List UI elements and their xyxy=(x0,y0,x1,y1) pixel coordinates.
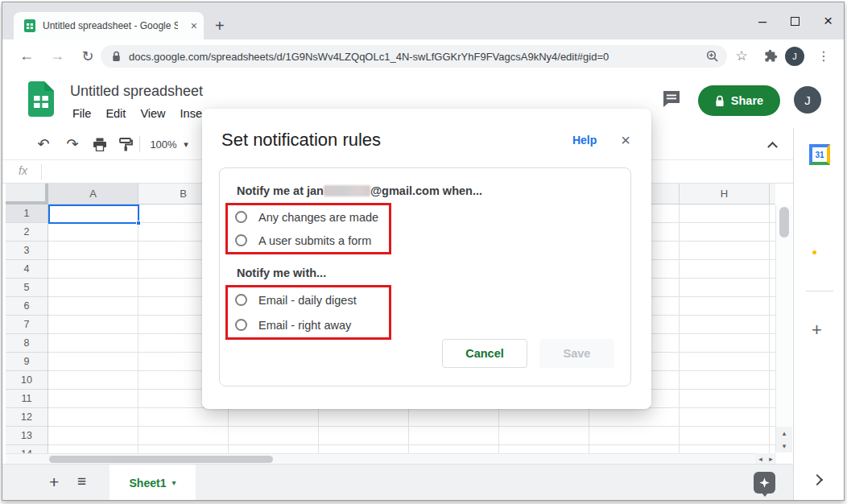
fx-icon: fx xyxy=(19,164,27,177)
row-header[interactable]: 9 xyxy=(6,353,48,371)
dialog-header: Set notification rules Help × xyxy=(202,109,651,151)
account-avatar[interactable]: J xyxy=(794,86,821,114)
sheet-bar: + ≡ Sheet1 ▾ xyxy=(2,464,793,500)
zoom-dropdown-icon[interactable]: ▾ xyxy=(180,128,192,160)
vertical-scrollbar[interactable] xyxy=(775,205,792,427)
row-header[interactable]: 2 xyxy=(6,223,48,242)
url-bar[interactable]: docs.google.com/spreadsheets/d/1G9NsWv4L… xyxy=(101,45,727,68)
dialog-body: Notify me at jan@gmail.com when... Any c… xyxy=(219,167,631,386)
sheets-favicon xyxy=(23,19,36,32)
menu-item[interactable]: View xyxy=(133,107,172,120)
radio-option-row[interactable]: Email - daily digest xyxy=(235,294,389,307)
help-link[interactable]: Help xyxy=(572,134,597,147)
radio-button[interactable] xyxy=(235,234,247,246)
maximize-button[interactable] xyxy=(791,17,799,26)
calendar-icon[interactable]: 31 xyxy=(809,144,830,165)
browser-titlebar: Untitled spreadsheet - Google Sh × + – × xyxy=(2,2,844,39)
back-button[interactable]: ← xyxy=(15,39,38,72)
share-label: Share xyxy=(731,94,763,107)
print-icon[interactable] xyxy=(89,128,110,160)
formula-bar-divider xyxy=(41,164,42,180)
row-header[interactable]: 10 xyxy=(6,371,48,390)
comment-icon[interactable] xyxy=(661,89,682,113)
column-header[interactable]: H xyxy=(680,184,770,204)
explore-button[interactable] xyxy=(754,472,775,494)
expand-panel-icon[interactable] xyxy=(812,474,823,485)
vscroll-thumb[interactable] xyxy=(779,207,789,238)
radio-label: Email - daily digest xyxy=(258,294,357,307)
window-controls: – × xyxy=(758,2,833,39)
radio-label: A user submits a form xyxy=(258,234,371,247)
extensions-puzzle-icon[interactable] xyxy=(761,39,780,72)
share-lock-icon xyxy=(715,95,725,107)
row-header[interactable]: 11 xyxy=(6,390,48,408)
row-header[interactable]: 7 xyxy=(6,316,48,334)
row-header[interactable]: 4 xyxy=(6,260,48,279)
with-options-highlight: Email - daily digest Email - right away xyxy=(225,285,391,340)
radio-option-row[interactable]: A user submits a form xyxy=(235,234,389,247)
scroll-up-button[interactable]: ▴ xyxy=(775,427,792,440)
paint-format-icon[interactable] xyxy=(115,128,136,160)
sheet-name: Sheet1 xyxy=(130,477,167,490)
radio-option-row[interactable]: Any changes are made xyxy=(235,211,389,224)
dialog-close-icon[interactable]: × xyxy=(621,131,630,150)
row-header[interactable]: 3 xyxy=(6,242,48,260)
scroll-left-button[interactable]: ◂ xyxy=(755,453,766,464)
redo-icon[interactable]: ↷ xyxy=(62,128,83,160)
horizontal-scrollbar[interactable] xyxy=(6,453,755,464)
radio-button[interactable] xyxy=(235,211,247,223)
add-addon-button[interactable]: + xyxy=(812,320,822,341)
row-header[interactable]: 12 xyxy=(6,408,48,427)
select-all-corner[interactable] xyxy=(6,184,48,204)
minimize-button[interactable]: – xyxy=(758,17,766,25)
radio-label: Email - right away xyxy=(258,319,351,332)
share-button[interactable]: Share xyxy=(698,85,780,116)
window-close-button[interactable]: × xyxy=(824,12,833,30)
add-sheet-button[interactable]: + xyxy=(49,473,59,492)
new-tab-button[interactable]: + xyxy=(215,14,225,38)
save-button[interactable]: Save xyxy=(539,339,614,368)
cancel-button[interactable]: Cancel xyxy=(442,339,527,368)
scroll-down-button[interactable]: ▾ xyxy=(775,440,792,452)
row-header[interactable]: 5 xyxy=(6,279,48,297)
sheets-logo[interactable] xyxy=(28,81,54,117)
undo-icon[interactable]: ↶ xyxy=(33,128,54,160)
column-header[interactable]: A xyxy=(48,184,138,204)
menu-item[interactable]: File xyxy=(65,107,98,120)
radio-button[interactable] xyxy=(235,294,247,306)
radio-label: Any changes are made xyxy=(258,211,378,224)
lock-icon xyxy=(112,51,121,62)
fill-handle[interactable] xyxy=(136,221,141,225)
document-title[interactable]: Untitled spreadsheet xyxy=(70,83,203,100)
radio-button[interactable] xyxy=(235,319,247,331)
sheet-tab-sheet1[interactable]: Sheet1 ▾ xyxy=(109,465,196,501)
menubar: FileEditViewInse xyxy=(65,107,209,120)
browser-avatar[interactable]: J xyxy=(783,39,806,72)
row-header[interactable]: 8 xyxy=(6,334,48,353)
row-header[interactable]: 13 xyxy=(6,427,48,445)
collapse-toolbar-icon[interactable] xyxy=(761,128,783,160)
reload-button[interactable]: ↻ xyxy=(76,39,99,72)
when-options-highlight: Any changes are made A user submits a fo… xyxy=(225,203,391,254)
zoom-in-icon[interactable] xyxy=(706,50,719,63)
row-header[interactable]: 1 xyxy=(6,204,48,223)
bookmark-star-icon[interactable]: ☆ xyxy=(732,39,751,72)
row-header[interactable]: 14 xyxy=(6,445,48,453)
url-text[interactable]: docs.google.com/spreadsheets/d/1G9NsWv4L… xyxy=(129,51,706,63)
browser-tab[interactable]: Untitled spreadsheet - Google Sh × xyxy=(14,12,204,39)
browser-menu-icon[interactable]: ⋮ xyxy=(814,39,833,72)
menu-item[interactable]: Edit xyxy=(98,107,133,120)
hscroll-thumb[interactable] xyxy=(49,456,273,463)
radio-option-row[interactable]: Email - right away xyxy=(235,319,389,332)
row-header[interactable]: 6 xyxy=(6,297,48,316)
sheet-dropdown-icon[interactable]: ▾ xyxy=(171,478,176,487)
scroll-right-button[interactable]: ▸ xyxy=(766,453,776,464)
tab-close-icon[interactable]: × xyxy=(191,19,197,32)
notify-when-label: Notify me at jan@gmail.com when... xyxy=(237,184,482,197)
forward-button[interactable]: → xyxy=(46,39,68,72)
selected-cell-a1[interactable] xyxy=(48,204,139,224)
notify-with-label: Notify me with... xyxy=(237,266,326,279)
browser-window: Untitled spreadsheet - Google Sh × + – ×… xyxy=(2,2,845,501)
all-sheets-icon[interactable]: ≡ xyxy=(77,473,86,490)
zoom-level[interactable]: 100% xyxy=(147,128,180,160)
